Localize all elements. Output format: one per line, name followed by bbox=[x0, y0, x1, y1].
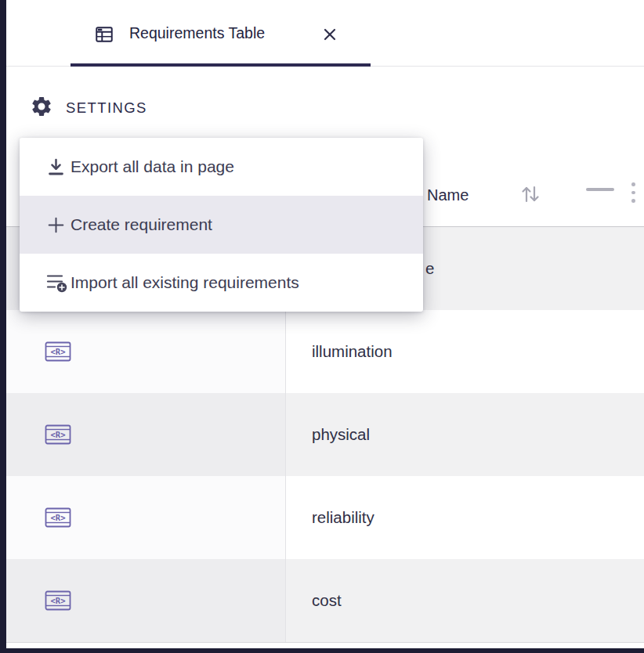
active-tab-indicator bbox=[71, 63, 371, 67]
row-name: cost bbox=[286, 559, 644, 642]
settings-menu-trigger[interactable]: SETTINGS bbox=[30, 94, 147, 122]
tab-title: Requirements Table bbox=[129, 24, 265, 42]
app-window: Requirements Table SETTINGS Name bbox=[0, 0, 644, 653]
svg-text:<R>: <R> bbox=[51, 430, 66, 439]
requirements-table-icon bbox=[94, 24, 114, 48]
column-header-name: Name bbox=[427, 186, 469, 204]
svg-text:<R>: <R> bbox=[51, 513, 66, 522]
table-bottom-divider bbox=[6, 642, 644, 643]
requirement-icon: <R> bbox=[45, 507, 71, 528]
window-left-edge bbox=[0, 0, 6, 653]
table-row[interactable]: <R> reliability bbox=[6, 476, 644, 559]
menu-item-label: Create requirement bbox=[71, 215, 212, 234]
settings-dropdown-menu: Export all data in page Create requireme… bbox=[20, 138, 423, 312]
table-row[interactable]: <R> illumination bbox=[6, 310, 644, 393]
kebab-menu-icon[interactable] bbox=[631, 182, 635, 207]
row-icon-cell[interactable]: <R> bbox=[6, 476, 286, 559]
menu-item-label: Import all existing requirements bbox=[71, 273, 299, 292]
menu-item-export-all-data[interactable]: Export all data in page bbox=[20, 138, 423, 196]
tab-requirements-table[interactable]: Requirements Table bbox=[71, 0, 371, 66]
menu-item-import-requirements[interactable]: Import all existing requirements bbox=[20, 254, 423, 312]
import-list-icon bbox=[20, 272, 71, 294]
row-icon-cell[interactable]: <R> bbox=[6, 559, 286, 642]
window-bottom-edge bbox=[0, 648, 644, 653]
row-icon-cell[interactable]: <R> bbox=[6, 393, 286, 476]
svg-text:<R>: <R> bbox=[51, 596, 66, 605]
table-row[interactable]: <R> physical bbox=[6, 393, 644, 476]
plus-icon bbox=[20, 215, 71, 236]
menu-item-label: Export all data in page bbox=[71, 157, 234, 176]
row-name: physical bbox=[286, 393, 644, 476]
requirement-icon: <R> bbox=[45, 590, 71, 611]
menu-item-create-requirement[interactable]: Create requirement bbox=[20, 196, 423, 254]
gear-icon bbox=[30, 95, 53, 121]
requirement-icon: <R> bbox=[45, 341, 71, 362]
column-bars-icon[interactable] bbox=[586, 188, 614, 196]
svg-text:<R>: <R> bbox=[51, 347, 66, 356]
row-name: illumination bbox=[286, 310, 644, 393]
close-icon[interactable] bbox=[323, 27, 337, 45]
download-icon bbox=[20, 157, 71, 178]
settings-label: SETTINGS bbox=[66, 99, 147, 117]
tab-bar: Requirements Table bbox=[0, 0, 644, 67]
sort-icon[interactable] bbox=[517, 182, 544, 210]
row-name: reliability bbox=[286, 476, 644, 559]
table-row[interactable]: <R> cost bbox=[6, 559, 644, 642]
row-icon-cell[interactable]: <R> bbox=[6, 310, 286, 393]
requirement-icon: <R> bbox=[45, 424, 71, 445]
